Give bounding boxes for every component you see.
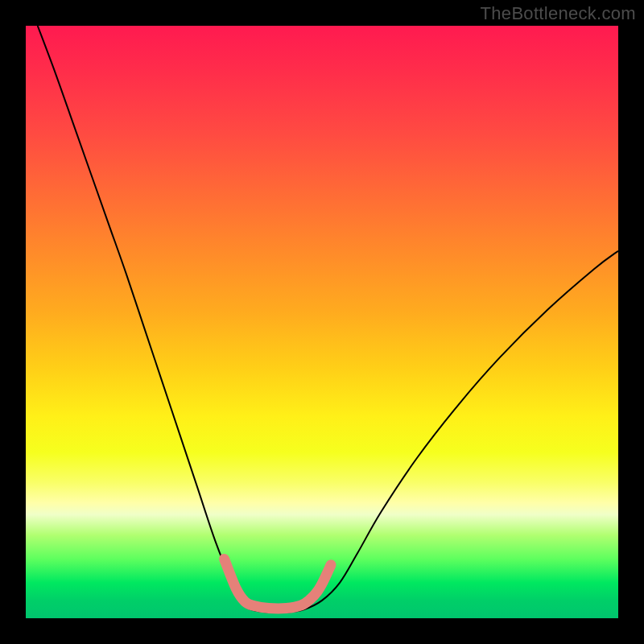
- chart-frame: TheBottleneck.com: [0, 0, 644, 644]
- curve-svg: [26, 26, 618, 618]
- plot-area: [26, 26, 618, 618]
- series-bottleneck-curve: [38, 26, 618, 613]
- watermark-text: TheBottleneck.com: [481, 3, 636, 24]
- series-group: [38, 26, 618, 613]
- series-highlight-base: [225, 559, 331, 609]
